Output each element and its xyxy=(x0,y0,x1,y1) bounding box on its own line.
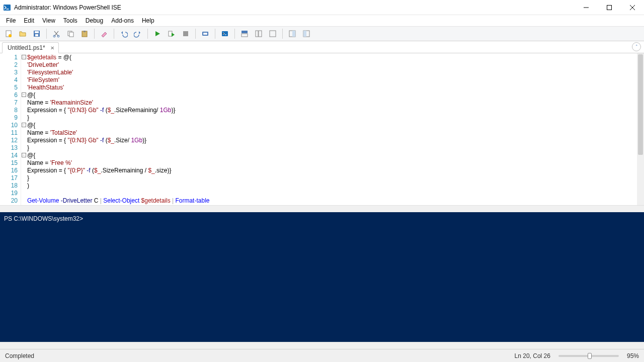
svg-rect-2 xyxy=(607,5,612,10)
zoom-slider[interactable] xyxy=(558,355,619,357)
menu-edit[interactable]: Edit xyxy=(20,16,38,25)
editor[interactable]: 1234567891011121314151617181920 −−−− $ge… xyxy=(0,53,644,205)
separator xyxy=(215,29,215,39)
menu-view[interactable]: View xyxy=(38,16,59,25)
tab-close-icon[interactable]: ✕ xyxy=(49,45,55,51)
toolbar xyxy=(0,26,644,41)
separator xyxy=(234,29,235,39)
paste-button[interactable] xyxy=(78,28,91,40)
svg-rect-9 xyxy=(35,34,38,36)
editor-scrollbar[interactable] xyxy=(637,53,644,205)
svg-rect-23 xyxy=(256,31,258,37)
fold-column[interactable]: −−−− xyxy=(21,53,26,205)
window-controls xyxy=(575,0,644,15)
redo-button[interactable] xyxy=(131,28,144,40)
svg-rect-20 xyxy=(222,31,228,36)
run-selection-button[interactable] xyxy=(165,28,178,40)
undo-button[interactable] xyxy=(117,28,130,40)
show-command-button[interactable] xyxy=(286,28,299,40)
menu-tools[interactable]: Tools xyxy=(59,16,82,25)
show-script-max-button[interactable] xyxy=(266,28,279,40)
svg-rect-13 xyxy=(69,32,73,37)
console-pane[interactable]: PS C:\WINDOWS\system32> xyxy=(0,212,644,342)
svg-rect-29 xyxy=(303,31,306,37)
stop-button[interactable] xyxy=(179,28,192,40)
titlebar: Administrator: Windows PowerShell ISE xyxy=(0,0,644,15)
menu-addons[interactable]: Add-ons xyxy=(107,16,138,25)
open-button[interactable] xyxy=(16,28,29,40)
svg-rect-8 xyxy=(35,31,39,33)
tabbar: Untitled1.ps1* ✕ ˄ xyxy=(0,41,644,53)
zoom-percent: 95% xyxy=(627,352,639,359)
cut-button[interactable] xyxy=(50,28,63,40)
tab-untitled1[interactable]: Untitled1.ps1* ✕ xyxy=(2,42,59,53)
new-button[interactable] xyxy=(2,28,15,40)
svg-rect-15 xyxy=(84,31,86,32)
line-gutter: 1234567891011121314151617181920 xyxy=(0,53,21,205)
show-script-top-button[interactable] xyxy=(238,28,251,40)
tab-label: Untitled1.ps1* xyxy=(8,44,45,51)
separator xyxy=(94,29,95,39)
svg-rect-17 xyxy=(183,31,188,36)
svg-rect-21 xyxy=(242,31,248,33)
run-script-button[interactable] xyxy=(151,28,164,40)
save-button[interactable] xyxy=(30,28,43,40)
svg-point-6 xyxy=(9,34,12,37)
svg-rect-16 xyxy=(169,31,172,36)
app-icon xyxy=(3,4,11,12)
svg-rect-19 xyxy=(203,33,207,35)
separator xyxy=(195,29,196,39)
maximize-button[interactable] xyxy=(598,0,621,15)
separator xyxy=(46,29,47,39)
svg-rect-24 xyxy=(259,31,262,37)
svg-rect-0 xyxy=(4,5,11,11)
clear-button[interactable] xyxy=(98,28,111,40)
show-command-addon-button[interactable] xyxy=(300,28,313,40)
close-button[interactable] xyxy=(621,0,644,15)
menu-debug[interactable]: Debug xyxy=(82,16,107,25)
copy-button[interactable] xyxy=(64,28,77,40)
svg-rect-22 xyxy=(242,34,248,37)
code-area[interactable]: $getdetails = @('DriveLetter''Filesystem… xyxy=(26,53,644,205)
separator xyxy=(147,29,148,39)
svg-rect-27 xyxy=(292,31,295,37)
console-prompt: PS C:\WINDOWS\system32> xyxy=(4,215,85,222)
minimize-button[interactable] xyxy=(575,0,598,15)
start-powershell-button[interactable] xyxy=(218,28,231,40)
separator xyxy=(282,29,283,39)
window-title: Administrator: Windows PowerShell ISE xyxy=(14,4,121,11)
new-remote-button[interactable] xyxy=(199,28,212,40)
menu-help[interactable]: Help xyxy=(138,16,158,25)
show-script-right-button[interactable] xyxy=(252,28,265,40)
collapse-script-button[interactable]: ˄ xyxy=(632,42,641,51)
svg-rect-25 xyxy=(270,31,276,37)
statusbar: Completed Ln 20, Col 26 95% xyxy=(0,349,644,362)
cursor-position: Ln 20, Col 26 xyxy=(515,352,550,359)
menubar: File Edit View Tools Debug Add-ons Help xyxy=(0,15,644,26)
status-text: Completed xyxy=(5,352,34,359)
menu-file[interactable]: File xyxy=(2,16,20,25)
editor-h-scrollbar[interactable] xyxy=(0,205,644,212)
separator xyxy=(114,29,114,39)
console-h-scrollbar[interactable] xyxy=(0,342,644,349)
